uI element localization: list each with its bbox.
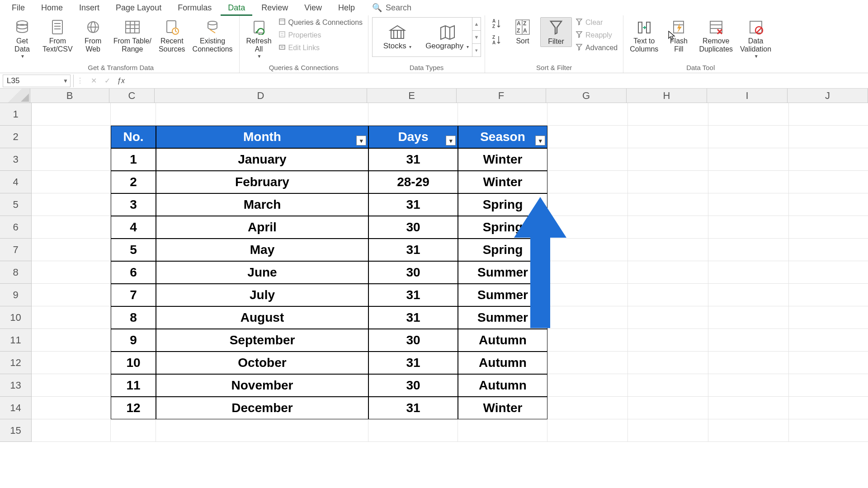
- cell-B5[interactable]: [32, 193, 111, 216]
- cell-I15[interactable]: [708, 419, 789, 442]
- cell-J7[interactable]: [789, 239, 868, 261]
- table-cell[interactable]: July: [156, 284, 368, 306]
- cell-H9[interactable]: [628, 284, 708, 306]
- table-cell[interactable]: 10: [111, 352, 156, 374]
- cell-J2[interactable]: [789, 126, 868, 148]
- cell-B1[interactable]: [32, 103, 111, 126]
- cell-H7[interactable]: [628, 239, 708, 261]
- row-header-13[interactable]: 13: [0, 374, 32, 397]
- from-web-button[interactable]: FromWeb: [77, 17, 109, 55]
- cell-H10[interactable]: [628, 306, 708, 329]
- tab-view[interactable]: View: [296, 1, 330, 15]
- cell-F15[interactable]: [458, 419, 547, 442]
- table-header-days[interactable]: Days: [368, 126, 458, 148]
- tell-me-search[interactable]: 🔍Search: [372, 3, 411, 13]
- cell-J10[interactable]: [789, 306, 868, 329]
- name-box-dropdown-icon[interactable]: ▼: [63, 78, 68, 84]
- cell-B14[interactable]: [32, 397, 111, 419]
- cell-D1[interactable]: [156, 103, 368, 126]
- row-header-14[interactable]: 14: [0, 397, 32, 419]
- filter-button[interactable]: Filter: [540, 17, 572, 47]
- cell-J9[interactable]: [789, 284, 868, 306]
- cell-B13[interactable]: [32, 374, 111, 397]
- tab-home[interactable]: Home: [33, 1, 71, 15]
- column-header-I[interactable]: I: [707, 89, 788, 103]
- cell-B3[interactable]: [32, 148, 111, 171]
- cell-I3[interactable]: [708, 148, 789, 171]
- cell-B8[interactable]: [32, 261, 111, 284]
- table-cell[interactable]: 31: [368, 239, 458, 261]
- cell-J12[interactable]: [789, 352, 868, 374]
- table-cell[interactable]: May: [156, 239, 368, 261]
- row-header-1[interactable]: 1: [0, 103, 32, 126]
- cell-J15[interactable]: [789, 419, 868, 442]
- cell-G2[interactable]: [547, 126, 628, 148]
- row-header-3[interactable]: 3: [0, 148, 32, 171]
- cell-G13[interactable]: [547, 374, 628, 397]
- cell-H1[interactable]: [628, 103, 708, 126]
- name-box[interactable]: L35 ▼: [3, 75, 71, 87]
- cell-G11[interactable]: [547, 329, 628, 352]
- sort-az-button[interactable]: AZ: [491, 17, 503, 30]
- row-header-10[interactable]: 10: [0, 306, 32, 329]
- remove-duplicates-button[interactable]: RemoveDuplicates: [696, 17, 736, 55]
- row-header-12[interactable]: 12: [0, 352, 32, 374]
- table-cell[interactable]: November: [156, 374, 368, 397]
- stocks-button[interactable]: Stocks ▾: [373, 18, 422, 56]
- table-cell[interactable]: 31: [368, 284, 458, 306]
- table-cell[interactable]: February: [156, 171, 368, 193]
- table-cell[interactable]: Winter: [458, 171, 547, 193]
- cell-G1[interactable]: [547, 103, 628, 126]
- table-cell[interactable]: Autumn: [458, 352, 547, 374]
- existing-connections-button[interactable]: ExistingConnections: [190, 17, 236, 55]
- table-cell[interactable]: December: [156, 397, 368, 419]
- table-cell[interactable]: March: [156, 193, 368, 216]
- table-cell[interactable]: June: [156, 261, 368, 284]
- geography-button[interactable]: Geography ▾: [422, 18, 472, 56]
- tab-review[interactable]: Review: [253, 1, 296, 15]
- table-cell[interactable]: Autumn: [458, 374, 547, 397]
- cell-G4[interactable]: [547, 171, 628, 193]
- cell-B7[interactable]: [32, 239, 111, 261]
- table-cell[interactable]: 8: [111, 306, 156, 329]
- cell-I10[interactable]: [708, 306, 789, 329]
- table-header-season[interactable]: Season: [458, 126, 547, 148]
- cell-D15[interactable]: [156, 419, 368, 442]
- table-cell[interactable]: 2: [111, 171, 156, 193]
- cell-G15[interactable]: [547, 419, 628, 442]
- row-header-6[interactable]: 6: [0, 216, 32, 239]
- cell-I9[interactable]: [708, 284, 789, 306]
- table-cell[interactable]: 28-29: [368, 171, 458, 193]
- table-cell[interactable]: 7: [111, 284, 156, 306]
- cell-H13[interactable]: [628, 374, 708, 397]
- from-text-csv-button[interactable]: FromText/CSV: [40, 17, 75, 55]
- table-cell[interactable]: 3: [111, 193, 156, 216]
- column-header-H[interactable]: H: [627, 89, 707, 103]
- cell-H3[interactable]: [628, 148, 708, 171]
- cell-H11[interactable]: [628, 329, 708, 352]
- table-cell[interactable]: 11: [111, 374, 156, 397]
- cell-H8[interactable]: [628, 261, 708, 284]
- cancel-icon[interactable]: ✕: [89, 76, 98, 85]
- cell-I2[interactable]: [708, 126, 789, 148]
- row-header-8[interactable]: 8: [0, 261, 32, 284]
- row-header-5[interactable]: 5: [0, 193, 32, 216]
- table-cell[interactable]: January: [156, 148, 368, 171]
- fx-icon[interactable]: ƒx: [113, 77, 128, 85]
- cell-F1[interactable]: [458, 103, 547, 126]
- table-cell[interactable]: 4: [111, 216, 156, 239]
- cell-J1[interactable]: [789, 103, 868, 126]
- gallery-scroll-2[interactable]: ▾: [472, 44, 481, 56]
- cell-J5[interactable]: [789, 193, 868, 216]
- cell-B9[interactable]: [32, 284, 111, 306]
- row-header-2[interactable]: 2: [0, 126, 32, 148]
- tab-help[interactable]: Help: [330, 1, 363, 15]
- cell-H5[interactable]: [628, 193, 708, 216]
- cell-I5[interactable]: [708, 193, 789, 216]
- filter-dropdown-season[interactable]: [535, 136, 545, 145]
- table-cell[interactable]: 31: [368, 306, 458, 329]
- cell-I8[interactable]: [708, 261, 789, 284]
- column-header-D[interactable]: D: [155, 89, 367, 103]
- cell-G14[interactable]: [547, 397, 628, 419]
- cell-B12[interactable]: [32, 352, 111, 374]
